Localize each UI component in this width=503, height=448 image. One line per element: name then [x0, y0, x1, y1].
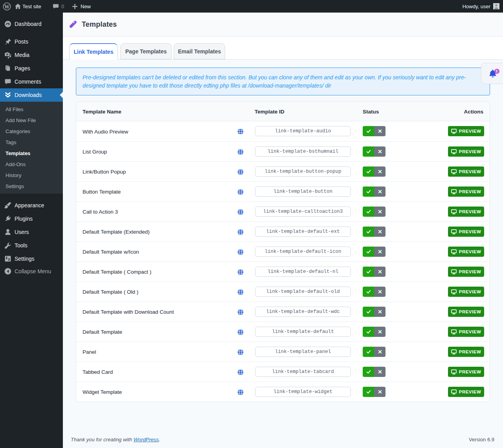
- svg-text:W: W: [4, 3, 10, 9]
